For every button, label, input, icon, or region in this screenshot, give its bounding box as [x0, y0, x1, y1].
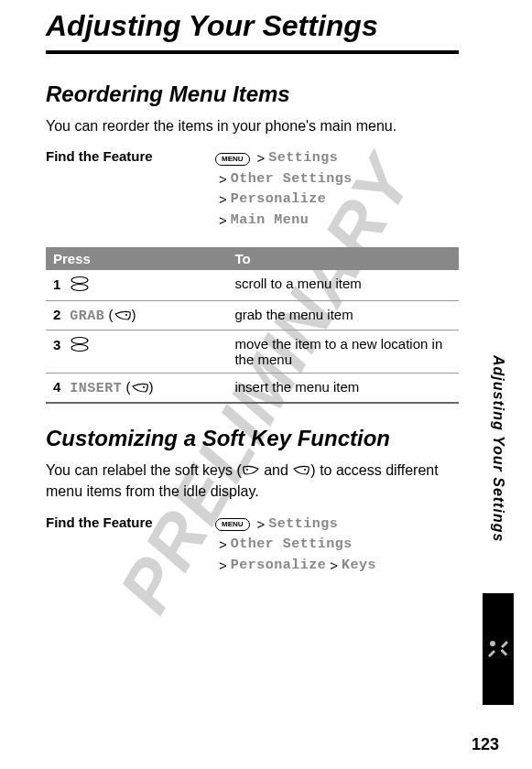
- softkey-right-icon: [131, 381, 149, 396]
- press-cell: 2GRAB (): [46, 301, 227, 330]
- menu-icon: MENU: [215, 153, 250, 166]
- nav-item: Settings: [268, 514, 338, 536]
- svg-point-0: [71, 277, 88, 284]
- svg-point-8: [490, 641, 495, 646]
- nav-item: Personalize: [231, 190, 327, 211]
- chapter-title: Adjusting Your Settings: [46, 9, 459, 43]
- page-number: 123: [472, 735, 499, 754]
- table-row: 4INSERT ()insert the menu item: [46, 374, 459, 404]
- scroll-icon: [70, 276, 90, 295]
- svg-point-4: [71, 345, 88, 352]
- chevron-right-icon: >: [219, 535, 227, 556]
- press-cell: 4INSERT (): [46, 374, 227, 404]
- svg-rect-9: [500, 649, 507, 656]
- press-cell: 1: [46, 270, 227, 301]
- section-softkey-intro: You can relabel the soft keys ( and ) to…: [46, 460, 459, 501]
- step-number: 1: [53, 276, 60, 292]
- svg-point-5: [143, 386, 145, 388]
- softkey-label: GRAB: [70, 309, 104, 324]
- step-number: 4: [53, 379, 60, 395]
- find-feature-label: Find the Feature: [46, 148, 215, 164]
- title-rule: [46, 50, 459, 54]
- to-cell: scroll to a menu item: [227, 270, 459, 301]
- nav-item: Other Settings: [231, 169, 353, 190]
- section-reordering-intro: You can reorder the items in your phone'…: [46, 116, 459, 136]
- nav-path-2: MENU>Settings>Other Settings>Personalize…: [215, 514, 459, 577]
- softkey-right-icon: [114, 309, 132, 324]
- table-row: 3move the item to a new location in the …: [46, 330, 459, 374]
- find-feature-label-2: Find the Feature: [46, 514, 215, 530]
- to-cell: insert the menu item: [227, 374, 459, 404]
- side-tab-icon-box: [483, 593, 514, 705]
- chevron-right-icon: >: [257, 148, 266, 169]
- find-feature-1: Find the Feature MENU>Settings>Other Set…: [46, 148, 459, 231]
- softkey-left-icon: [242, 461, 260, 482]
- chevron-right-icon: >: [330, 556, 338, 577]
- nav-item: Main Menu: [231, 211, 309, 232]
- tools-icon: [487, 638, 509, 660]
- nav-item: Keys: [342, 556, 376, 577]
- nav-item: Other Settings: [231, 535, 353, 556]
- section-reordering-title: Reordering Menu Items: [46, 81, 459, 107]
- steps-table: Press To 1scroll to a menu item2GRAB ()g…: [46, 247, 459, 404]
- svg-point-2: [125, 314, 127, 316]
- chevron-right-icon: >: [219, 211, 227, 232]
- chevron-right-icon: >: [219, 190, 227, 211]
- svg-point-6: [246, 469, 248, 471]
- section-softkey-title: Customizing a Soft Key Function: [46, 426, 459, 451]
- svg-point-1: [71, 285, 88, 291]
- step-number: 3: [53, 337, 60, 352]
- table-row: 2GRAB ()grab the menu item: [46, 301, 459, 330]
- nav-item: Personalize: [231, 556, 327, 577]
- to-cell: move the item to a new location in the m…: [227, 330, 459, 374]
- to-cell: grab the menu item: [227, 301, 459, 330]
- step-number: 2: [53, 307, 60, 322]
- col-to: To: [227, 247, 459, 270]
- svg-point-7: [304, 469, 306, 471]
- press-cell: 3: [46, 330, 227, 374]
- find-feature-2: Find the Feature MENU>Settings>Other Set…: [46, 514, 459, 577]
- softkey-label: INSERT: [70, 381, 122, 396]
- svg-point-3: [71, 338, 88, 344]
- scroll-icon: [70, 336, 90, 355]
- chevron-right-icon: >: [219, 169, 227, 190]
- chevron-right-icon: >: [257, 514, 266, 536]
- intro-and: and: [260, 462, 293, 478]
- softkey-right-icon: [292, 461, 310, 482]
- nav-item: Settings: [268, 148, 338, 169]
- chevron-right-icon: >: [219, 556, 227, 577]
- col-press: Press: [46, 247, 227, 270]
- table-row: 1scroll to a menu item: [46, 270, 459, 301]
- nav-path-1: MENU>Settings>Other Settings>Personalize…: [215, 148, 459, 231]
- menu-icon: MENU: [215, 518, 250, 531]
